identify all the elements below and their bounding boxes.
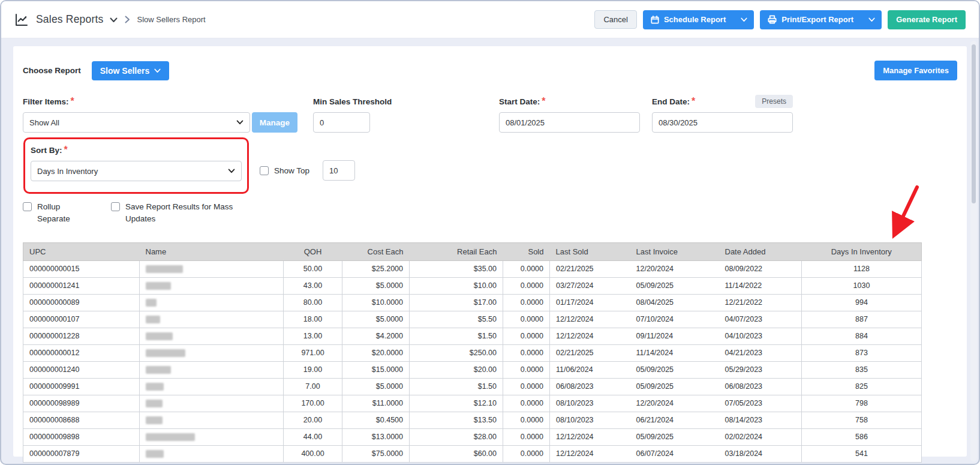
cell-last_sold: 11/06/2024 — [550, 361, 630, 378]
breadcrumb-root[interactable]: Sales Reports — [36, 13, 104, 26]
show-top-label: Show Top — [274, 166, 309, 175]
cell-qoh: 19.00 — [284, 361, 342, 378]
column-header-sold[interactable]: Sold — [503, 242, 550, 260]
cell-last_sold: 08/10/2023 — [550, 395, 630, 412]
schedule-report-button[interactable]: Schedule Report — [643, 10, 754, 29]
generate-report-button[interactable]: Generate Report — [888, 10, 966, 29]
print-export-report-button[interactable]: Print/Export Report — [760, 10, 882, 29]
table-row[interactable]: 00000000989844.00$13.0000$28.000.000012/… — [23, 428, 922, 445]
cell-days_in_inventory: 1030 — [802, 277, 922, 294]
cell-cost_each: $75.0000 — [342, 445, 410, 462]
cell-qoh: 971.00 — [284, 344, 342, 361]
table-row[interactable]: 000000098989170.00$11.0000$12.100.000008… — [23, 395, 922, 412]
table-row[interactable]: 00000000010718.00$5.0000$5.500.000012/12… — [23, 311, 922, 328]
cell-retail_each: $17.00 — [410, 294, 503, 311]
cell-last_sold: 12/12/2024 — [550, 428, 630, 445]
top-bar: Sales Reports Slow Sellers Report Cancel… — [1, 1, 979, 38]
cell-date_added: 04/07/2023 — [719, 311, 802, 328]
cell-name — [140, 311, 284, 328]
cell-date_added: 05/29/2023 — [719, 361, 802, 378]
manage-favorites-button[interactable]: Manage Favorites — [874, 61, 957, 80]
table-row[interactable]: 00000000868820.00$0.4500$13.500.000008/1… — [23, 412, 922, 428]
cell-last_invoice: 12/20/2024 — [630, 260, 719, 277]
column-header-name[interactable]: Name — [140, 242, 284, 260]
save-report-results-checkbox[interactable] — [111, 202, 120, 211]
cell-upc: 000000001241 — [23, 277, 140, 294]
end-date-label: End Date: — [652, 97, 690, 106]
table-row[interactable]: 000000000012971.00$20.0000$250.000.00000… — [23, 344, 922, 361]
end-date-input[interactable] — [652, 112, 793, 133]
cell-sold: 0.0000 — [503, 344, 550, 361]
cell-days_in_inventory: 994 — [802, 294, 922, 311]
table-row[interactable]: 00000000001550.00$25.2000$35.000.000002/… — [23, 260, 922, 277]
cell-cost_each: $15.0000 — [342, 361, 410, 378]
table-row[interactable]: 00000000124143.00$5.0000$10.000.000003/2… — [23, 277, 922, 294]
filter-items-label: Filter Items: — [23, 97, 69, 106]
cell-sold: 0.0000 — [503, 260, 550, 277]
printer-icon — [768, 15, 777, 24]
table-header-row[interactable]: UPCNameQOHCost EachRetail EachSoldLast S… — [23, 242, 922, 260]
redacted-name — [146, 282, 171, 290]
cell-last_sold: 12/12/2024 — [550, 445, 630, 462]
min-sales-threshold-input[interactable] — [313, 112, 370, 133]
cell-days_in_inventory: 825 — [802, 378, 922, 395]
redacted-name — [146, 316, 160, 323]
cell-sold: 0.0000 — [503, 361, 550, 378]
show-top-checkbox[interactable] — [260, 166, 269, 175]
cell-date_added: 03/18/2024 — [719, 445, 802, 462]
cell-upc: 000000000012 — [23, 344, 140, 361]
cell-cost_each: $20.0000 — [342, 344, 410, 361]
cancel-button[interactable]: Cancel — [594, 10, 636, 29]
vertical-scrollbar[interactable] — [970, 41, 977, 461]
chevron-down-icon — [741, 17, 747, 22]
show-top-count-input[interactable] — [323, 160, 355, 181]
cell-retail_each: $10.00 — [410, 277, 503, 294]
start-date-input[interactable] — [499, 112, 640, 133]
chevron-right-icon — [125, 16, 130, 23]
sort-by-select[interactable]: Days In Inventory — [31, 161, 242, 181]
cell-retail_each: $1.50 — [410, 378, 503, 395]
presets-button[interactable]: Presets — [755, 95, 793, 108]
sort-by-annotation-box: Sort By: * Days In Inventory — [23, 137, 249, 194]
table-row[interactable]: 0000000099917.00$5.0000$1.500.000006/08/… — [23, 378, 922, 395]
cell-upc: 000000000107 — [23, 311, 140, 328]
cell-last_sold: 02/21/2025 — [550, 344, 630, 361]
column-header-last_sold[interactable]: Last Sold — [550, 242, 630, 260]
redacted-name — [146, 383, 164, 391]
column-header-days_in_inventory[interactable]: Days In Inventory — [802, 242, 922, 260]
column-header-retail_each[interactable]: Retail Each — [410, 242, 503, 260]
table-row[interactable]: 00000000008980.00$10.0000$17.000.000001/… — [23, 294, 922, 311]
column-header-date_added[interactable]: Date Added — [719, 242, 802, 260]
scrollbar-thumb[interactable] — [972, 44, 976, 203]
column-header-upc[interactable]: UPC — [23, 242, 140, 260]
chevron-down-icon — [868, 17, 875, 22]
cell-qoh: 44.00 — [284, 428, 342, 445]
required-asterisk: * — [692, 96, 695, 107]
cell-qoh: 170.00 — [284, 395, 342, 412]
cell-retail_each: $13.50 — [410, 412, 503, 428]
cell-days_in_inventory: 835 — [802, 361, 922, 378]
redacted-name — [146, 366, 171, 374]
cell-sold: 0.0000 — [503, 428, 550, 445]
cell-date_added: 08/14/2023 — [719, 412, 802, 428]
table-row[interactable]: 000000007879400.00$75.0000$60.000.000012… — [23, 445, 922, 462]
table-row[interactable]: 00000000122813.00$4.2000$1.500.000012/12… — [23, 328, 922, 344]
manage-filter-button[interactable]: Manage — [252, 112, 297, 133]
calendar-icon — [651, 16, 659, 24]
cell-retail_each: $1.50 — [410, 328, 503, 344]
cell-date_added: 12/21/2022 — [719, 294, 802, 311]
column-header-last_invoice[interactable]: Last Invoice — [630, 242, 719, 260]
cell-last_invoice: 07/10/2024 — [630, 311, 719, 328]
cell-qoh: 7.00 — [284, 378, 342, 395]
column-header-qoh[interactable]: QOH — [284, 242, 342, 260]
schedule-dropdown-caret[interactable] — [734, 10, 754, 29]
cell-upc: 000000098989 — [23, 395, 140, 412]
rollup-separate-checkbox[interactable] — [23, 202, 32, 211]
table-row[interactable]: 00000000124019.00$15.0000$20.000.000011/… — [23, 361, 922, 378]
print-export-dropdown-caret[interactable] — [861, 10, 882, 29]
column-header-cost_each[interactable]: Cost Each — [342, 242, 410, 260]
report-type-dropdown[interactable]: Slow Sellers — [92, 61, 169, 80]
filter-items-select[interactable]: Show All — [23, 112, 250, 133]
chevron-down-icon[interactable] — [110, 17, 118, 23]
cell-days_in_inventory: 798 — [802, 395, 922, 412]
